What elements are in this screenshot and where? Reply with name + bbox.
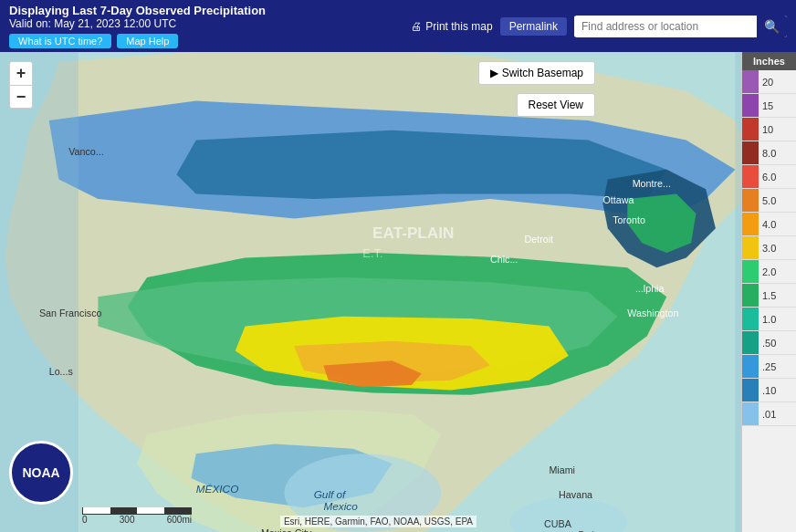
legend-item-label: 8.0 <box>759 148 776 159</box>
svg-text:Vanco...: Vanco... <box>68 146 104 157</box>
zoom-controls: + − <box>9 61 33 109</box>
legend-color-swatch <box>742 260 759 283</box>
svg-text:Ottawa: Ottawa <box>602 194 634 205</box>
legend-color-swatch <box>742 118 759 141</box>
svg-text:...lphia: ...lphia <box>635 283 665 294</box>
scale-labels: 0 300 600mi <box>82 515 192 525</box>
legend-color-swatch <box>742 165 759 188</box>
triangle-icon: ▶ <box>490 67 498 79</box>
legend-color-swatch <box>742 70 759 93</box>
legend-panel: Inches 2015108.06.05.04.03.02.01.51.0.50… <box>741 52 796 532</box>
header-left: Displaying Last 7-Day Observed Precipita… <box>9 4 266 48</box>
svg-text:Mexico: Mexico <box>323 500 358 513</box>
header-right: 🖨 Print this map Permalink 🔍 <box>411 16 787 37</box>
legend-item: .01 <box>742 402 796 426</box>
legend-item: .10 <box>742 379 796 402</box>
legend-item: .25 <box>742 355 796 379</box>
legend-item-label: 15 <box>759 100 773 111</box>
legend-color-swatch <box>742 308 759 330</box>
legend-item: 4.0 <box>742 213 796 236</box>
scale-segment-4 <box>164 507 192 514</box>
svg-text:EAT-PLAIN: EAT-PLAIN <box>372 224 454 242</box>
header-bar: Displaying Last 7-Day Observed Precipita… <box>0 0 796 52</box>
svg-text:Toronto: Toronto <box>613 214 645 225</box>
search-input[interactable] <box>574 16 757 37</box>
svg-text:Detroit: Detroit <box>525 234 554 245</box>
legend-item-label: 1.5 <box>759 290 776 301</box>
print-label: Print this map <box>425 20 492 33</box>
scale-segment-2 <box>110 507 138 514</box>
legend-item-label: 20 <box>759 77 773 88</box>
legend-color-swatch <box>742 189 759 212</box>
switch-basemap-label: Switch Basemap <box>502 67 583 79</box>
map-background: EAT-PLAIN E.T. Ottawa Montre... Toronto … <box>0 52 796 532</box>
svg-text:Montre...: Montre... <box>633 178 671 189</box>
legend-item-label: 5.0 <box>759 195 776 206</box>
legend-item: 3.0 <box>742 236 796 260</box>
zoom-in-button[interactable]: + <box>9 61 33 85</box>
scale-label-0: 0 <box>82 515 88 525</box>
svg-text:CUBA: CUBA <box>544 518 572 529</box>
legend-color-swatch <box>742 213 759 235</box>
legend-color-swatch <box>742 402 759 425</box>
legend-item-label: 3.0 <box>759 243 776 254</box>
legend-color-swatch <box>742 236 759 259</box>
svg-text:Havana: Havana <box>559 489 592 500</box>
legend-item: 1.0 <box>742 308 796 331</box>
legend-item: 2.0 <box>742 260 796 284</box>
legend-item-label: .50 <box>759 338 776 349</box>
legend-item-label: 2.0 <box>759 266 776 277</box>
scale-segment-1 <box>83 507 110 514</box>
map-title: Displaying Last 7-Day Observed Precipita… <box>9 4 266 17</box>
svg-text:Washington: Washington <box>627 308 678 318</box>
noaa-logo: NOAA <box>9 441 73 505</box>
legend-color-swatch <box>742 331 759 354</box>
print-icon: 🖨 <box>411 20 422 33</box>
legend-item-label: 1.0 <box>759 314 776 325</box>
legend-item: 20 <box>742 70 796 94</box>
search-container: 🔍 <box>574 16 787 37</box>
scale-ruler <box>82 507 192 515</box>
attribution: Esri, HERE, Garmin, FAO, NOAA, USGS, EPA <box>280 516 477 527</box>
header-buttons: What is UTC time? Map Help <box>9 34 266 48</box>
legend-title: Inches <box>742 52 796 70</box>
legend-item: 5.0 <box>742 189 796 213</box>
permalink-button[interactable]: Permalink <box>500 17 567 36</box>
reset-view-button[interactable]: Reset View <box>517 93 595 117</box>
svg-text:Port-au-: Port-au- <box>579 528 611 532</box>
search-button[interactable]: 🔍 <box>757 16 787 37</box>
legend-color-swatch <box>742 141 759 164</box>
svg-text:E.T.: E.T. <box>362 246 382 260</box>
app: Displaying Last 7-Day Observed Precipita… <box>0 0 796 532</box>
svg-text:San Francisco: San Francisco <box>39 308 102 318</box>
svg-text:Lo...s: Lo...s <box>49 366 73 377</box>
svg-text:Miami: Miami <box>549 464 575 475</box>
scale-segment-3 <box>137 507 164 514</box>
legend-item: 8.0 <box>742 141 796 165</box>
legend-item-label: .01 <box>759 409 776 420</box>
legend-item-label: 4.0 <box>759 219 776 230</box>
zoom-out-button[interactable]: − <box>9 85 33 109</box>
scale-label-300: 300 <box>120 515 135 525</box>
legend-item: .50 <box>742 331 796 355</box>
scale-line: 0 300 600mi <box>82 507 192 525</box>
legend-color-swatch <box>742 94 759 117</box>
legend-color-swatch <box>742 284 759 307</box>
legend-item: 6.0 <box>742 165 796 189</box>
svg-text:• Mexico City: • Mexico City <box>255 527 312 532</box>
utc-time-button[interactable]: What is UTC time? <box>9 34 111 48</box>
legend-item: 10 <box>742 118 796 141</box>
legend-item-label: .25 <box>759 361 776 372</box>
scale-bar: 0 300 600mi <box>82 507 192 525</box>
legend-color-swatch <box>742 355 759 378</box>
print-link[interactable]: 🖨 Print this map <box>411 20 492 33</box>
switch-basemap-button[interactable]: ▶ Switch Basemap <box>478 61 595 85</box>
map-container: EAT-PLAIN E.T. Ottawa Montre... Toronto … <box>0 52 796 532</box>
svg-text:Gulf of: Gulf of <box>314 488 347 501</box>
svg-text:Chic...: Chic... <box>490 254 518 265</box>
legend-item-label: 6.0 <box>759 172 776 183</box>
svg-text:MÉXICO: MÉXICO <box>196 483 239 495</box>
legend-color-swatch <box>742 379 759 402</box>
map-help-button[interactable]: Map Help <box>117 34 178 48</box>
noaa-logo-text: NOAA <box>22 465 59 480</box>
